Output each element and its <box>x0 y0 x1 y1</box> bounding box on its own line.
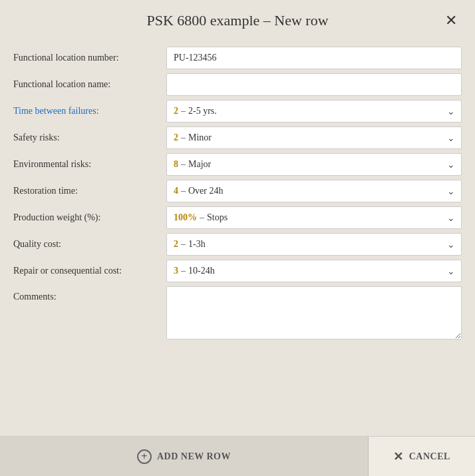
environmental-risks-wrapper: 8 – Major ⌄ <box>166 153 462 176</box>
time-between-failures-row: Time between failures: 2 – 2-5 yrs. ⌄ <box>13 100 462 122</box>
dialog-body: Functional location number: Functional l… <box>0 41 475 436</box>
functional-location-number-row: Functional location number: <box>13 47 462 69</box>
quality-cost-label: Quality cost: <box>13 239 166 250</box>
rep-dash: – <box>181 266 186 276</box>
quality-cost-select[interactable]: 2 – 1-3h <box>166 233 462 256</box>
restoration-time-row: Restoration time: 4 – Over 24h ⌄ <box>13 180 462 202</box>
functional-location-number-input[interactable] <box>166 47 462 69</box>
time-dash: – <box>181 106 186 117</box>
safety-text: Minor <box>188 132 212 143</box>
safety-risks-wrapper: 2 – Minor ⌄ <box>166 126 462 149</box>
add-new-row-label: ADD NEW ROW <box>157 451 231 462</box>
restoration-time-label: Restoration time: <box>13 186 166 196</box>
environmental-risks-label: Environmental risks: <box>13 159 166 170</box>
quality-cost-row: Quality cost: 2 – 1-3h ⌄ <box>13 233 462 256</box>
env-text: Major <box>188 159 211 170</box>
restoration-time-select[interactable]: 4 – Over 24h <box>166 180 462 202</box>
functional-location-name-label: Functional location name: <box>13 79 166 90</box>
qual-dash: – <box>181 239 186 250</box>
restoration-time-wrapper: 4 – Over 24h ⌄ <box>166 180 462 202</box>
functional-location-name-input[interactable] <box>166 73 462 96</box>
rest-text: Over 24h <box>188 186 224 196</box>
safety-risks-row: Safety risks: 2 – Minor ⌄ <box>13 126 462 149</box>
plus-circle-icon: + <box>137 449 152 464</box>
dialog-title: PSK 6800 example – New row <box>146 12 328 29</box>
repair-cost-wrapper: 3 – 10-24h ⌄ <box>166 260 462 282</box>
safety-dash: – <box>181 132 186 143</box>
comments-textarea[interactable] <box>166 286 462 340</box>
cancel-label: CANCEL <box>409 451 450 462</box>
qual-num: 2 <box>174 239 178 250</box>
repair-cost-select[interactable]: 3 – 10-24h <box>166 260 462 282</box>
dialog-container: PSK 6800 example – New row ✕ Functional … <box>0 0 475 476</box>
prod-pct: 100% <box>174 212 197 223</box>
production-weight-select[interactable]: 100% – Stops <box>166 206 462 229</box>
environmental-risks-row: Environmental risks: 8 – Major ⌄ <box>13 153 462 176</box>
quality-cost-wrapper: 2 – 1-3h ⌄ <box>166 233 462 256</box>
repair-cost-label: Repair or consequential cost: <box>13 266 166 276</box>
safety-num: 2 <box>174 132 178 143</box>
time-between-failures-label: Time between failures: <box>13 106 166 117</box>
rest-num: 4 <box>174 186 178 196</box>
production-weight-wrapper: 100% – Stops ⌄ <box>166 206 462 229</box>
rest-dash: – <box>181 186 186 196</box>
rep-num: 3 <box>174 266 178 276</box>
safety-risks-select[interactable]: 2 – Minor <box>166 126 462 149</box>
comments-label: Comments: <box>13 286 166 302</box>
env-dash: – <box>181 159 186 170</box>
env-num: 8 <box>174 159 178 170</box>
close-icon: ✕ <box>445 12 457 29</box>
prod-text: Stops <box>207 212 228 223</box>
production-weight-label: Production weight (%): <box>13 212 166 223</box>
environmental-risks-select[interactable]: 8 – Major <box>166 153 462 176</box>
time-between-failures-select[interactable]: 2 – 2-5 yrs. <box>166 100 462 122</box>
functional-location-name-row: Functional location name: <box>13 73 462 96</box>
prod-dash: – <box>200 212 204 223</box>
production-weight-row: Production weight (%): 100% – Stops ⌄ <box>13 206 462 229</box>
dialog-header: PSK 6800 example – New row ✕ <box>0 0 475 41</box>
repair-cost-row: Repair or consequential cost: 3 – 10-24h… <box>13 260 462 282</box>
time-text: 2-5 yrs. <box>188 106 217 117</box>
add-new-row-button[interactable]: + ADD NEW ROW <box>0 437 369 476</box>
cancel-button[interactable]: ✕ CANCEL <box>369 437 475 476</box>
x-icon: ✕ <box>393 449 404 464</box>
rep-text: 10-24h <box>188 266 215 276</box>
safety-risks-label: Safety risks: <box>13 132 166 143</box>
close-button[interactable]: ✕ <box>439 9 463 33</box>
time-num: 2 <box>174 106 178 117</box>
qual-text: 1-3h <box>188 239 206 250</box>
dialog-footer: + ADD NEW ROW ✕ CANCEL <box>0 436 475 476</box>
functional-location-number-label: Functional location number: <box>13 53 166 63</box>
comments-row: Comments: <box>13 286 462 340</box>
time-between-failures-wrapper: 2 – 2-5 yrs. ⌄ <box>166 100 462 122</box>
